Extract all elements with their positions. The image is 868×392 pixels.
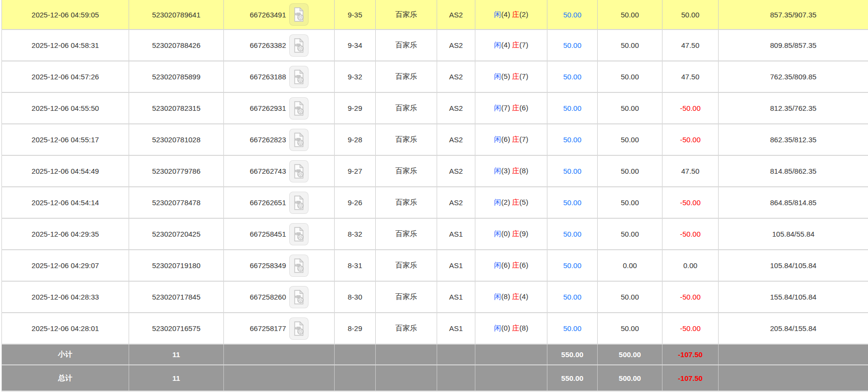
- banker-result-label: 庄: [512, 104, 519, 112]
- video-replay-button[interactable]: [289, 97, 309, 120]
- video-replay-button[interactable]: [289, 192, 309, 214]
- bet-amount-link[interactable]: 50.00: [563, 261, 582, 270]
- banker-score: (5): [519, 198, 528, 206]
- shoe-round-cell: 9-29: [335, 92, 376, 124]
- total-count: 11: [129, 365, 224, 391]
- bet-amount-link[interactable]: 50.00: [563, 167, 582, 175]
- bet-amount-link[interactable]: 50.00: [563, 41, 582, 49]
- result-cell: 闲(4) 庄(2): [475, 0, 547, 30]
- table-row[interactable]: 2025-12-06 04:57:26 523020785899 6672631…: [2, 61, 868, 92]
- table-row[interactable]: 2025-12-06 04:54:14 523020778478 6672626…: [2, 187, 868, 218]
- empty-cell: [437, 344, 475, 365]
- banker-score: (8): [519, 166, 528, 175]
- video-replay-button[interactable]: [289, 66, 309, 88]
- player-result-label: 闲: [494, 104, 501, 112]
- balance-cell: 809.85/857.35: [719, 30, 868, 61]
- player-result-label: 闲: [494, 261, 501, 269]
- banker-score: (6): [519, 261, 528, 269]
- empty-cell: [224, 365, 335, 391]
- round-id-text: 667258451: [250, 230, 286, 238]
- table-row[interactable]: 2025-12-06 04:55:50 523020782315 6672629…: [2, 92, 868, 124]
- player-score: (8): [501, 292, 510, 301]
- time-cell: 2025-12-06 04:28:33: [2, 281, 129, 313]
- valid-amount-cell: 50.00: [598, 187, 662, 218]
- bet-id-cell: 523020719180: [129, 250, 224, 281]
- time-cell: 2025-12-06 04:55:17: [2, 124, 129, 155]
- player-result-label: 闲: [494, 72, 501, 80]
- table-row[interactable]: 2025-12-06 04:28:33 523020717845 6672582…: [2, 281, 868, 313]
- valid-amount-cell: 50.00: [598, 61, 662, 92]
- video-replay-button[interactable]: [289, 160, 309, 182]
- banker-score: (2): [519, 10, 528, 18]
- video-replay-button[interactable]: [289, 317, 309, 340]
- result-cell: 闲(7) 庄(6): [475, 92, 547, 124]
- round-id-cell: 667262651: [224, 187, 335, 218]
- table-name-cell: AS2: [437, 92, 475, 124]
- result-cell: 闲(8) 庄(4): [475, 281, 547, 313]
- shoe-round-cell: 8-29: [335, 313, 376, 344]
- empty-cell: [719, 365, 868, 391]
- shoe-round-cell: 9-26: [335, 187, 376, 218]
- player-score: (7): [501, 104, 510, 112]
- table-row[interactable]: 2025-12-06 04:28:01 523020716575 6672581…: [2, 313, 868, 344]
- winloss-cell: -50.00: [662, 218, 719, 250]
- round-id-text: 667263382: [250, 41, 286, 49]
- video-replay-button[interactable]: [289, 3, 309, 26]
- valid-amount-cell: 50.00: [598, 281, 662, 313]
- round-id-cell: 667263188: [224, 61, 335, 92]
- table-name-cell: AS2: [437, 155, 475, 187]
- valid-amount-cell: 50.00: [598, 92, 662, 124]
- total-bet-amount: 550.00: [547, 365, 598, 391]
- time-cell: 2025-12-06 04:28:01: [2, 313, 129, 344]
- result-cell: 闲(0) 庄(9): [475, 218, 547, 250]
- banker-score: (7): [519, 41, 528, 49]
- video-replay-button[interactable]: [289, 223, 309, 245]
- winloss-cell: 47.50: [662, 61, 719, 92]
- banker-result-label: 庄: [512, 261, 519, 269]
- video-replay-button[interactable]: [289, 286, 309, 308]
- table-name-cell: AS1: [437, 250, 475, 281]
- table-name-cell: AS1: [437, 313, 475, 344]
- winloss-cell: -50.00: [662, 281, 719, 313]
- round-id-text: 667258349: [250, 261, 286, 270]
- table-row[interactable]: 2025-12-06 04:54:49 523020779786 6672627…: [2, 155, 868, 187]
- winloss-cell: -50.00: [662, 313, 719, 344]
- bet-amount-link[interactable]: 50.00: [563, 293, 582, 301]
- video-file-icon: [293, 38, 305, 53]
- table-row[interactable]: 2025-12-06 04:59:05 523020789641 6672634…: [2, 0, 868, 30]
- video-replay-button[interactable]: [289, 129, 309, 151]
- result-cell: 闲(6) 庄(6): [475, 250, 547, 281]
- valid-amount-cell: 50.00: [598, 155, 662, 187]
- time-cell: 2025-12-06 04:58:31: [2, 30, 129, 61]
- result-cell: 闲(5) 庄(7): [475, 61, 547, 92]
- video-file-icon: [293, 227, 305, 241]
- banker-result-label: 庄: [512, 198, 519, 206]
- bet-amount-link[interactable]: 50.00: [563, 73, 582, 81]
- banker-result-label: 庄: [512, 72, 519, 80]
- total-row: 总计 11 550.00 500.00 -107.50: [2, 365, 868, 391]
- subtotal-winloss: -107.50: [662, 344, 719, 365]
- round-id-cell: 667258451: [224, 218, 335, 250]
- video-replay-button[interactable]: [289, 255, 309, 277]
- total-label: 总计: [2, 365, 129, 391]
- bet-amount-cell: 50.00: [547, 218, 598, 250]
- round-id-text: 667262931: [250, 104, 286, 112]
- bet-amount-link[interactable]: 50.00: [563, 324, 582, 332]
- banker-result-label: 庄: [512, 292, 519, 301]
- bet-amount-link[interactable]: 50.00: [563, 230, 582, 238]
- table-row[interactable]: 2025-12-06 04:29:35 523020720425 6672584…: [2, 218, 868, 250]
- table-row[interactable]: 2025-12-06 04:29:07 523020719180 6672583…: [2, 250, 868, 281]
- bet-amount-link[interactable]: 50.00: [563, 104, 582, 112]
- time-cell: 2025-12-06 04:29:35: [2, 218, 129, 250]
- bet-amount-link[interactable]: 50.00: [563, 11, 582, 19]
- banker-result-label: 庄: [512, 10, 519, 18]
- banker-result-label: 庄: [512, 41, 519, 49]
- result-cell: 闲(3) 庄(8): [475, 155, 547, 187]
- balance-cell: 857.35/907.35: [719, 0, 868, 30]
- video-replay-button[interactable]: [289, 34, 309, 57]
- table-row[interactable]: 2025-12-06 04:58:31 523020788426 6672633…: [2, 30, 868, 61]
- table-row[interactable]: 2025-12-06 04:55:17 523020781028 6672628…: [2, 124, 868, 155]
- game-name-cell: 百家乐: [376, 218, 437, 250]
- bet-amount-link[interactable]: 50.00: [563, 136, 582, 144]
- bet-amount-link[interactable]: 50.00: [563, 198, 582, 207]
